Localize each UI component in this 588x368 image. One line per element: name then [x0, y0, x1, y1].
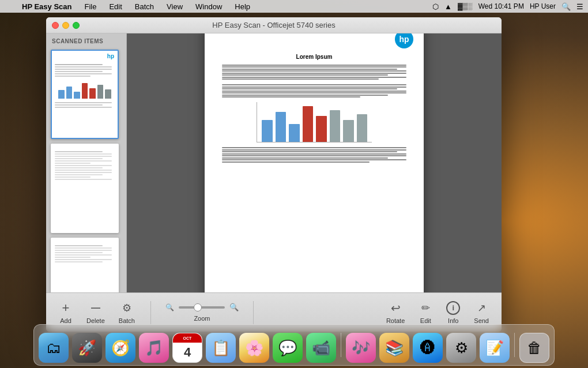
thumbnail-3[interactable]	[51, 238, 119, 292]
dock-launchpad[interactable]: 🚀	[72, 333, 102, 363]
text-line	[222, 96, 360, 97]
fake-line	[55, 167, 103, 168]
dock-music[interactable]: 🎶	[346, 333, 376, 363]
text-line	[222, 77, 406, 78]
fake-line	[55, 257, 91, 258]
rotate-icon: ↩	[389, 301, 402, 315]
appstore-icon: 🅐	[420, 339, 435, 357]
dock-facetime[interactable]: 📹	[306, 333, 336, 363]
fake-line	[55, 261, 103, 262]
menu-bar: HP Easy Scan File Edit Batch View Window…	[0, 0, 588, 13]
menu-bar-time: Wed 10:41 PM	[478, 2, 524, 10]
app-name-menu[interactable]: HP Easy Scan	[20, 2, 74, 11]
dock-messages[interactable]: 💬	[273, 333, 303, 363]
close-button[interactable]	[52, 22, 59, 29]
zoom-slider[interactable]	[179, 306, 225, 309]
fake-line	[55, 66, 112, 67]
fake-line	[55, 250, 112, 251]
photos-icon: 🌸	[245, 339, 263, 357]
text-line	[222, 78, 379, 80]
books-icon: 📚	[385, 339, 404, 357]
view-menu[interactable]: View	[164, 2, 185, 11]
fake-line	[55, 245, 103, 246]
calendar-day: 4	[184, 343, 191, 362]
fake-line	[55, 174, 103, 175]
window-title: HP Easy Scan - Officejet 5740 series	[212, 21, 335, 29]
window-menu[interactable]: Window	[193, 2, 224, 11]
send-label: Send	[474, 317, 489, 324]
fake-line	[55, 76, 91, 77]
dock-photos[interactable]: 🌸	[239, 333, 269, 363]
edit-label: Edit	[420, 317, 431, 324]
text-line	[222, 147, 406, 148]
thumbnail-1[interactable]: hp	[51, 50, 119, 139]
dock-separator-2	[514, 333, 515, 357]
fake-line	[55, 163, 91, 164]
text-line	[222, 157, 388, 159]
dock-trash[interactable]: 🗑	[519, 333, 549, 363]
dock-finder[interactable]: 🗂	[39, 333, 69, 363]
zoom-in-icon[interactable]: 🔍	[229, 303, 239, 311]
file-menu[interactable]: File	[82, 2, 99, 11]
calendar-date: 4	[184, 345, 191, 360]
doc-lorem-ipsum-title: Lorem Ipsum	[222, 54, 406, 60]
battery-icon[interactable]: ▓▒░	[458, 2, 473, 10]
text-line	[222, 162, 370, 163]
toolbar-divider-1	[150, 301, 151, 324]
fake-line	[55, 252, 103, 253]
zoom-control: 🔍 🔍 Zoom	[154, 303, 250, 322]
fake-line	[55, 107, 112, 108]
fake-line	[55, 102, 112, 103]
scanned-items-header: SCANNED ITEMS	[46, 33, 126, 47]
dock-system-prefs[interactable]: ⚙	[446, 333, 476, 363]
help-menu[interactable]: Help	[232, 2, 252, 11]
fake-line	[55, 172, 112, 173]
edit-icon: ✏	[419, 301, 432, 315]
doc-hp-logo: hp	[394, 33, 414, 52]
fake-line	[55, 259, 112, 260]
menu-bar-user[interactable]: HP User	[530, 2, 556, 10]
doc-chart-area	[222, 102, 406, 142]
facetime-icon: 📹	[312, 339, 330, 357]
finder-icon: 🗂	[46, 339, 61, 357]
toolbar-divider-2	[253, 301, 254, 324]
search-icon[interactable]: 🔍	[561, 2, 571, 11]
text-line	[222, 92, 406, 93]
dock-safari[interactable]: 🧭	[105, 333, 135, 363]
batch-menu[interactable]: Batch	[133, 2, 156, 11]
text-line	[222, 69, 397, 70]
thumbnail-list: hp	[46, 47, 126, 292]
fake-line	[55, 104, 103, 106]
zoom-out-icon[interactable]: 🔍	[165, 303, 174, 311]
thumb-chart-1	[55, 81, 115, 99]
wifi-icon[interactable]: ▲	[444, 2, 452, 11]
add-label: Add	[60, 317, 71, 324]
edit-menu[interactable]: Edit	[107, 2, 124, 11]
dock-books[interactable]: 📚	[379, 333, 409, 363]
minimize-button[interactable]	[62, 22, 69, 29]
fake-line	[55, 247, 112, 249]
dock-itunes[interactable]: 🎵	[139, 333, 169, 363]
main-content: hp Lorem Ipsum	[127, 33, 502, 292]
dock-documents[interactable]: 📋	[206, 333, 236, 363]
text-line	[222, 151, 397, 152]
menu-extra-icon[interactable]: ☰	[576, 2, 583, 11]
batch-icon: ⚙	[120, 301, 134, 315]
text-line	[222, 84, 406, 85]
traffic-lights	[52, 22, 80, 29]
system-prefs-icon: ⚙	[455, 339, 468, 357]
thumbnail-2[interactable]	[51, 144, 119, 233]
airplay-icon[interactable]: ⬡	[432, 2, 439, 11]
add-icon: +	[59, 301, 73, 315]
zoom-label: Zoom	[194, 315, 210, 322]
maximize-button[interactable]	[73, 22, 80, 29]
dock-calendar[interactable]: OCT 4	[172, 333, 202, 363]
trash-icon: 🗑	[527, 339, 542, 357]
dock-textedit[interactable]: 📝	[480, 333, 510, 363]
dock-appstore[interactable]: 🅐	[413, 333, 443, 363]
batch-label: Batch	[119, 317, 135, 324]
calendar-month: OCT	[183, 336, 192, 340]
info-label: Info	[448, 317, 458, 324]
fake-line	[55, 160, 112, 162]
fake-line	[55, 170, 112, 171]
